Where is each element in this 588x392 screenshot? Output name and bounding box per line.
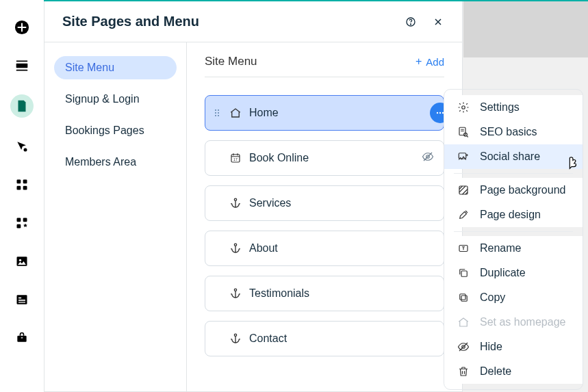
svg-point-28 bbox=[234, 198, 236, 200]
svg-point-13 bbox=[19, 259, 21, 261]
svg-point-4 bbox=[24, 148, 27, 152]
svg-rect-6 bbox=[23, 180, 27, 184]
menu-item-label: Settings bbox=[480, 101, 520, 114]
svg-rect-38 bbox=[461, 271, 467, 276]
app-side-rail bbox=[0, 0, 44, 392]
svg-text:17: 17 bbox=[233, 157, 238, 161]
menu-divider bbox=[454, 173, 573, 174]
section-icon[interactable] bbox=[12, 56, 31, 75]
nav-item-signup-login[interactable]: Signup & Login bbox=[54, 88, 177, 111]
add-label: Add bbox=[426, 56, 444, 68]
panel-main: Site Menu + Add Home 17 bbox=[187, 42, 462, 391]
menu-item-page-background[interactable]: Page background bbox=[444, 178, 583, 202]
page-row-label: Services bbox=[249, 197, 291, 209]
media-icon[interactable] bbox=[12, 252, 31, 271]
menu-item-label: Copy bbox=[480, 291, 505, 304]
svg-rect-2 bbox=[16, 61, 28, 62]
home-icon bbox=[229, 106, 242, 120]
menu-item-set-as-homepage: Set as homepage bbox=[444, 310, 583, 335]
menu-item-copy[interactable]: Copy bbox=[444, 285, 583, 310]
menu-item-label: Hide bbox=[480, 341, 502, 353]
page-row-book-online[interactable]: 17 Book Online bbox=[205, 140, 444, 176]
add-icon[interactable] bbox=[12, 18, 31, 37]
add-page-button[interactable]: + Add bbox=[416, 56, 444, 68]
hidden-indicator-icon bbox=[422, 151, 434, 166]
svg-point-22 bbox=[437, 112, 438, 114]
share-card-icon bbox=[457, 150, 470, 164]
gear-icon bbox=[457, 101, 470, 114]
svg-rect-15 bbox=[18, 298, 21, 299]
page-row-home[interactable]: Home bbox=[205, 95, 444, 131]
svg-point-29 bbox=[234, 244, 236, 246]
svg-rect-16 bbox=[18, 300, 25, 301]
menu-item-settings[interactable]: Settings bbox=[444, 95, 583, 120]
page-row-about[interactable]: About bbox=[205, 231, 444, 266]
svg-rect-8 bbox=[23, 186, 27, 190]
svg-point-32 bbox=[462, 106, 465, 109]
svg-rect-11 bbox=[17, 224, 21, 228]
page-row-label: Contact bbox=[249, 332, 287, 345]
design-icon[interactable] bbox=[12, 137, 31, 156]
svg-rect-18 bbox=[17, 336, 26, 342]
page-context-menu: Settings SEO basics Social share Page ba… bbox=[444, 89, 583, 390]
pages-icon[interactable] bbox=[10, 94, 34, 118]
menu-title: Site Menu bbox=[205, 55, 257, 68]
menu-item-label: Page background bbox=[480, 184, 565, 196]
page-row-contact[interactable]: Contact bbox=[205, 321, 444, 356]
menu-item-rename[interactable]: Rename bbox=[444, 236, 583, 261]
content-icon[interactable] bbox=[12, 290, 31, 309]
svg-rect-3 bbox=[16, 70, 28, 71]
home-small-icon bbox=[457, 315, 470, 329]
menu-item-label: Page design bbox=[480, 209, 541, 221]
menu-item-delete[interactable]: Delete bbox=[444, 359, 583, 384]
panel-title: Site Pages and Menu bbox=[62, 14, 199, 29]
business-icon[interactable] bbox=[12, 328, 31, 348]
menu-item-social-share[interactable]: Social share bbox=[444, 144, 583, 169]
nav-item-members-area[interactable]: Members Area bbox=[54, 151, 177, 174]
svg-rect-1 bbox=[16, 64, 28, 68]
search-doc-icon bbox=[457, 125, 470, 139]
close-icon[interactable] bbox=[432, 16, 444, 28]
diag-icon bbox=[457, 183, 470, 197]
copy-icon bbox=[457, 291, 470, 304]
svg-point-30 bbox=[234, 289, 236, 291]
menu-divider bbox=[454, 231, 573, 232]
page-row-label: Book Online bbox=[249, 152, 309, 164]
svg-rect-17 bbox=[18, 302, 25, 302]
nav-item-label: Members Area bbox=[65, 156, 136, 168]
nav-item-site-menu[interactable]: Site Menu bbox=[54, 56, 177, 79]
svg-rect-5 bbox=[17, 180, 21, 184]
svg-rect-9 bbox=[17, 218, 21, 222]
anchor-icon bbox=[229, 241, 242, 255]
menu-item-duplicate[interactable]: Duplicate bbox=[444, 261, 583, 285]
page-row-services[interactable]: Services bbox=[205, 185, 444, 221]
page-row-testimonials[interactable]: Testimonials bbox=[205, 276, 444, 311]
nav-item-bookings-pages[interactable]: Bookings Pages bbox=[54, 119, 177, 142]
calendar-icon: 17 bbox=[229, 151, 242, 165]
page-row-label: About bbox=[249, 242, 278, 254]
menu-item-hide[interactable]: Hide bbox=[444, 335, 583, 359]
pages-panel: Site Pages and Menu Site Menu Signup & L… bbox=[44, 1, 463, 392]
menu-item-label: Set as homepage bbox=[480, 316, 565, 328]
apps-gear-icon[interactable] bbox=[12, 213, 31, 233]
brush-icon bbox=[457, 208, 470, 222]
page-row-label: Testimonials bbox=[249, 287, 309, 300]
text-box-icon bbox=[457, 241, 470, 255]
duplicate-icon bbox=[457, 266, 470, 280]
nav-item-label: Bookings Pages bbox=[65, 125, 144, 136]
help-icon[interactable] bbox=[405, 16, 417, 28]
menu-item-seo-basics[interactable]: SEO basics bbox=[444, 120, 583, 144]
eye-off-icon bbox=[457, 340, 470, 354]
menu-item-label: Delete bbox=[480, 365, 511, 378]
menu-item-page-design[interactable]: Page design bbox=[444, 202, 583, 227]
apps-grid-icon[interactable] bbox=[12, 175, 31, 194]
anchor-icon bbox=[229, 332, 242, 345]
drag-handle-icon[interactable] bbox=[215, 109, 223, 116]
anchor-icon bbox=[229, 287, 242, 300]
page-list: Home 17 Book Online Services bbox=[205, 95, 444, 356]
menu-item-label: SEO basics bbox=[480, 126, 537, 138]
page-row-label: Home bbox=[249, 107, 279, 119]
menu-item-label: Rename bbox=[480, 242, 521, 254]
svg-rect-10 bbox=[23, 218, 27, 222]
page-canvas-gray-area bbox=[463, 1, 588, 57]
